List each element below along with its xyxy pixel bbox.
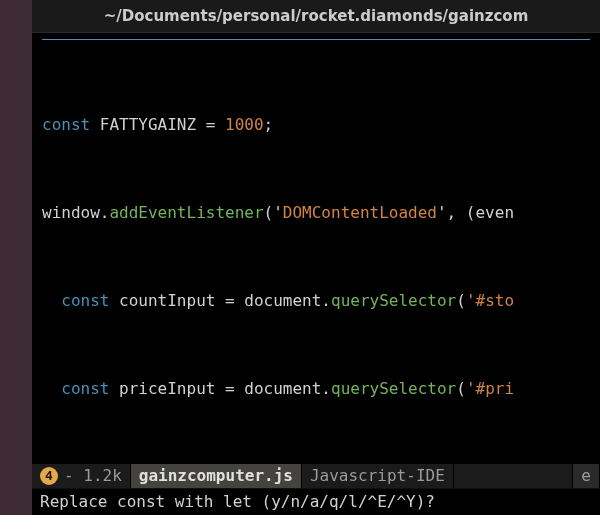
modeline-size: - 1.2k <box>64 465 122 487</box>
code-line: window.addEventListener('DOMContentLoade… <box>42 202 600 224</box>
modeline-major-mode[interactable]: Javascript-IDE <box>302 464 454 488</box>
titlebar-path: ~/Documents/personal/rocket.diamonds/gai… <box>104 5 529 27</box>
mode-line: 4 - 1.2k gainzcomputer.js Javascript-IDE… <box>32 464 600 488</box>
keyword-const: const <box>61 379 109 398</box>
modeline-status-segment: 4 - 1.2k <box>32 464 131 488</box>
code-line: const countInput = document.querySelecto… <box>42 290 600 312</box>
code-editor[interactable]: const FATTYGAINZ = 1000; window.addEvent… <box>32 40 600 464</box>
modeline-fill <box>454 464 574 488</box>
modeline-filename[interactable]: gainzcomputer.js <box>131 464 302 488</box>
minibuffer[interactable]: Replace const with let (y/n/a/q/l/^E/^Y)… <box>32 488 600 515</box>
minibuffer-prompt: Replace const with let (y/n/a/q/l/^E/^Y)… <box>40 491 435 513</box>
editor-window: ~/Documents/personal/rocket.diamonds/gai… <box>32 0 600 515</box>
keyword-const: const <box>42 115 90 134</box>
code-line: const FATTYGAINZ = 1000; <box>42 114 600 136</box>
modeline-tail: e <box>573 464 600 488</box>
code-line: const priceInput = document.querySelecto… <box>42 378 600 400</box>
window-titlebar: ~/Documents/personal/rocket.diamonds/gai… <box>32 0 600 33</box>
warning-count-badge: 4 <box>40 467 58 485</box>
keyword-const: const <box>61 291 109 310</box>
